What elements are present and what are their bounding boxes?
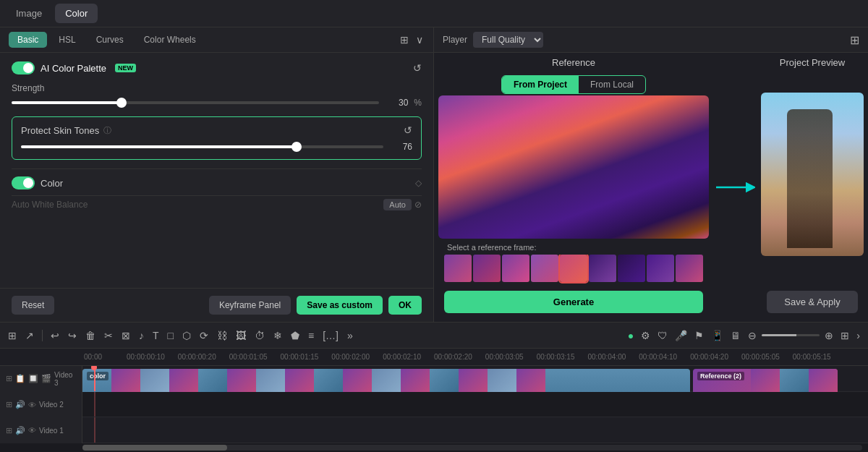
protect-header: Protect Skin Tones ⓘ ↺ [21,124,412,136]
tl-cut-icon[interactable]: ✂ [102,328,115,344]
tl-link-icon[interactable]: ⛓ [215,328,229,344]
strength-slider-row: 30 % [12,98,422,108]
tl-plus-icon[interactable]: ⊕ [822,328,835,344]
ai-palette-toggle[interactable] [12,61,35,74]
tl-text-icon[interactable]: T [150,328,161,344]
tl-image-icon[interactable]: 🖼 [234,328,248,344]
scrollbar-thumb[interactable] [82,445,227,451]
tl-shape-icon[interactable]: □ [166,328,176,344]
track-v2-icon2[interactable]: 🔊 [15,400,25,409]
sub-tab-basic[interactable]: Basic [9,32,47,48]
film-thumb-7[interactable] [618,255,645,282]
tl-shield-icon[interactable]: 🛡 [655,328,670,344]
save-as-custom-button[interactable]: Save as custom [297,296,383,315]
diamond-icon: ◇ [415,178,422,188]
track-v3-icon2[interactable]: 📋 [15,374,25,383]
track-v2-icon1[interactable]: ⊞ [6,400,12,409]
track-v3-name: Video 3 [54,371,76,387]
keyframe-panel-button[interactable]: Keyframe Panel [209,296,291,315]
protect-slider-thumb[interactable] [292,142,302,152]
save-apply-button[interactable]: Save & Apply [767,291,858,313]
track-v1-icon1[interactable]: ⊞ [6,426,12,435]
track-v3-icon4[interactable]: 🎬 [41,374,51,383]
film-thumb-3[interactable] [502,255,529,282]
quality-select[interactable]: Full Quality [473,32,543,48]
reference-bottom-buttons: Generate [438,286,709,319]
color-toggle[interactable] [12,176,35,189]
tl-eq-icon[interactable]: ≡ [306,328,316,344]
tl-rotate-icon[interactable]: ⟳ [197,328,210,344]
tl-clock-icon[interactable]: ⏱ [252,328,267,344]
horizontal-scrollbar[interactable] [82,445,862,451]
grid-icon[interactable]: ⊞ [850,33,859,47]
strength-slider-track[interactable] [12,101,379,104]
from-project-button[interactable]: From Project [502,76,579,93]
generate-button[interactable]: Generate [444,291,703,313]
tl-freeze-icon[interactable]: ❄ [271,328,284,344]
track-v1-icon2[interactable]: 🔊 [15,426,25,435]
film-thumb-5[interactable] [560,255,587,282]
track-v1-icon3[interactable]: 👁 [28,426,36,435]
new-badge: NEW [115,64,136,72]
film-thumb-2[interactable] [473,255,501,282]
tl-audio-icon[interactable]: ♪ [137,328,146,344]
ruler-mark-3: 00:00:01:05 [228,353,269,361]
ruler-mark-10: 00:00:04:00 [586,353,627,361]
timeline-toolbar: ⊞ ↗ ↩ ↪ 🗑 ✂ ⊠ ♪ T □ ⬡ ⟳ ⛓ 🖼 ⏱ ❄ ⬟ ≡ […] … [0,323,868,349]
tl-flag-icon[interactable]: ⚑ [692,328,706,344]
tab-image[interactable]: Image [6,4,52,23]
tl-monitor-icon[interactable]: 🖥 [728,328,743,344]
tl-paint-icon[interactable]: ⬡ [180,328,193,344]
tl-erase-icon[interactable]: ⬟ [289,328,302,344]
sub-tab-curves[interactable]: Curves [88,32,132,48]
tl-chevron-icon[interactable]: › [854,328,862,344]
film-thumb-1[interactable] [444,255,472,282]
tl-bracket-icon[interactable]: […] [320,328,341,344]
tl-minus-icon[interactable]: ⊖ [746,328,759,344]
sub-tab-color-wheels[interactable]: Color Wheels [135,32,205,48]
protect-reset-button[interactable]: ↺ [404,124,412,136]
tl-undo-icon[interactable]: ↩ [48,328,61,344]
tl-cursor-icon[interactable]: ↗ [23,328,36,344]
track-v2-icon3[interactable]: 👁 [28,401,36,409]
tl-settings-icon[interactable]: ⚙ [639,328,652,344]
tl-phone-icon[interactable]: 📱 [709,328,726,344]
tl-redo-icon[interactable]: ↪ [66,328,79,344]
ruler-mark-6: 00:00:02:10 [381,353,422,361]
zoom-slider[interactable] [762,334,820,336]
source-buttons-row: From Project From Local [438,72,709,95]
ai-reset-button[interactable]: ↺ [413,62,422,74]
track-v3-icon3[interactable]: 🔲 [28,374,38,383]
auto-button[interactable]: Auto [383,199,412,210]
tl-circle-icon[interactable]: ● [626,328,636,344]
strength-slider-thumb[interactable] [116,98,127,108]
protect-slider-track[interactable] [21,145,383,148]
tl-mic-icon[interactable]: 🎤 [673,328,689,344]
strength-label: Strength [12,83,422,93]
layout-icon[interactable]: ⊞ [399,33,410,47]
panel-footer: Reset Keyframe Panel Save as custom OK [0,288,433,322]
filmstrip-section: Select a reference frame: [438,239,709,286]
film-thumb-4[interactable] [531,255,558,282]
tl-grid-icon[interactable]: ⊞ [6,328,19,344]
reference-preview-image [438,95,709,239]
project-preview-image [761,93,864,256]
sub-tab-hsl[interactable]: HSL [50,32,84,48]
tl-delete-icon[interactable]: 🗑 [83,328,98,344]
strength-unit: % [414,98,422,108]
film-thumb-6[interactable] [589,255,616,282]
track-v3-icon1[interactable]: ⊞ [6,374,12,383]
tl-more-icon[interactable]: » [345,328,355,344]
reset-button[interactable]: Reset [12,296,54,315]
from-local-button[interactable]: From Local [579,76,645,93]
ok-button[interactable]: OK [388,296,422,315]
film-thumb-9[interactable] [676,255,703,282]
info-icon[interactable]: ⓘ [103,125,111,136]
auto-white-balance-label: Auto White Balance [12,200,88,210]
filmstrip [444,255,703,283]
tl-crop-icon[interactable]: ⊠ [119,328,132,344]
tab-color[interactable]: Color [55,4,98,23]
film-thumb-8[interactable] [647,255,674,282]
expand-icon[interactable]: ∨ [414,33,425,47]
tl-grid2-icon[interactable]: ⊞ [838,328,851,344]
